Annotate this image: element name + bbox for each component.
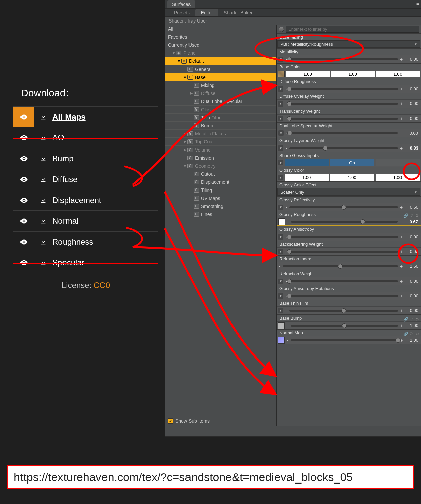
dropdown-glossy-color-effect[interactable]: Scatter Only	[277, 188, 420, 196]
tree-smoothing[interactable]: GSmoothing	[165, 202, 276, 210]
texture-swatch[interactable]	[278, 71, 285, 77]
slider-normal-map[interactable]: -+ 1.00	[277, 336, 421, 344]
filter-currently-used[interactable]: Currently Used	[165, 41, 276, 49]
chevron-down-icon[interactable]: ▼	[278, 116, 283, 121]
tree-cutout[interactable]: GCutout	[165, 170, 276, 178]
eye-icon[interactable]	[13, 211, 34, 232]
tab-presets[interactable]: Presets	[169, 9, 195, 16]
chevron-down-icon[interactable]: ▼	[278, 308, 283, 313]
link-heart-icons[interactable]: 🔗 ♡	[403, 316, 413, 323]
slider-base-thin-film[interactable]: ▼ -+ 0.00	[277, 306, 421, 314]
download-icon[interactable]	[34, 211, 52, 232]
download-icon[interactable]	[34, 190, 52, 211]
eye-icon[interactable]	[13, 148, 34, 169]
tree-diffuse[interactable]: ▶GDiffuse	[165, 89, 276, 97]
filter-favorites[interactable]: Favorites	[165, 33, 276, 41]
slider-dual-lobe[interactable]: ▼ -+ 0.00	[277, 129, 421, 137]
download-row-specular[interactable]: Specular	[13, 252, 158, 273]
tree-tiling[interactable]: GTiling	[165, 186, 276, 194]
tree-displacement[interactable]: GDisplacement	[165, 178, 276, 186]
slider-diffuse-roughness[interactable]: ▼ -+ 0.00	[277, 85, 421, 93]
toggle-off[interactable]	[376, 159, 420, 166]
slider-refraction-index[interactable]: -+ 1.50	[277, 262, 421, 270]
download-icon[interactable]	[34, 127, 52, 148]
tab-shader-baker[interactable]: Shader Baker	[218, 9, 258, 16]
slider-refraction-weight[interactable]: ▼ -+ 0.00	[277, 277, 421, 285]
slider-translucency[interactable]: ▼ -+ 0.00	[277, 114, 421, 122]
filter-input[interactable]	[286, 26, 419, 33]
slider-diffuse-overlay[interactable]: ▼ -+ 0.00	[277, 99, 421, 108]
chevron-down-icon[interactable]: ▼	[278, 160, 283, 165]
slider-backscattering[interactable]: ▼ -+ 0.00	[277, 247, 421, 255]
texture-swatch[interactable]	[278, 218, 285, 225]
gear-icon[interactable]: ⚙	[415, 331, 419, 337]
tree-plane[interactable]: ▼◉Plane	[165, 49, 276, 57]
chevron-down-icon[interactable]: ▼	[278, 234, 283, 240]
tree-metallic-flakes[interactable]: ▶GMetallic Flakes	[165, 130, 276, 138]
chevron-down-icon[interactable]: ▼	[278, 57, 283, 62]
download-row-diffuse[interactable]: Diffuse	[13, 169, 158, 190]
chevron-down-icon[interactable]: ▼	[278, 86, 283, 92]
eye-icon[interactable]	[13, 107, 34, 127]
tree-dual-lobe[interactable]: GDual Lobe Specular	[165, 97, 276, 106]
slider-base-bump[interactable]: -+ 1.00	[277, 321, 421, 329]
gear-icon[interactable]: ⚙	[415, 212, 419, 219]
download-row-all-maps[interactable]: All Maps	[13, 107, 158, 127]
tree-uv-maps[interactable]: GUV Maps	[165, 194, 276, 202]
download-icon[interactable]	[34, 232, 52, 252]
toggle-on[interactable]	[285, 159, 329, 166]
slider-glossy-roughness[interactable]: -+ 0.67	[277, 218, 421, 226]
texture-swatch[interactable]	[278, 337, 285, 344]
show-sub-items[interactable]: ✔ Show Sub Items	[168, 418, 210, 424]
chevron-down-icon[interactable]: ▼	[278, 205, 283, 210]
eye-icon[interactable]	[13, 169, 34, 190]
download-icon[interactable]	[34, 107, 52, 127]
download-row-normal[interactable]: Normal	[13, 211, 158, 232]
tree-glossy[interactable]: GGlossy	[165, 106, 276, 114]
slider-glossy-aniso-rot[interactable]: ▼ -+ 0.00	[277, 292, 421, 300]
download-row-ao[interactable]: AO	[13, 127, 158, 148]
eye-icon[interactable]	[13, 252, 34, 273]
tree-thin-film[interactable]: GThin Film	[165, 114, 276, 122]
chevron-down-icon[interactable]: ▼	[278, 293, 283, 299]
download-row-bump[interactable]: Bump	[13, 148, 158, 169]
download-row-displacement[interactable]: Displacement	[13, 190, 158, 211]
slider-glossy-reflectivity[interactable]: ▼ -+ 0.50	[277, 203, 421, 211]
license-value[interactable]: CC0	[94, 281, 110, 290]
slider-metallicity[interactable]: ▼ -+ 0.00	[277, 55, 421, 63]
dropdown-base-mixing[interactable]: PBR Metallicity/Roughness	[277, 40, 420, 48]
color-glossy-color[interactable]: ▼ 1.00 1.00 1.00	[277, 173, 421, 181]
chevron-down-icon[interactable]: ▼	[278, 175, 283, 180]
tree-top-coat[interactable]: ▶GTop Coat	[165, 138, 276, 146]
chevron-down-icon[interactable]: ▼	[278, 101, 283, 107]
link-heart-icons[interactable]: 🔗 ♡	[403, 212, 413, 219]
tree-volume[interactable]: ▶GVolume	[165, 146, 276, 154]
download-icon[interactable]	[34, 169, 52, 190]
eye-icon[interactable]	[13, 190, 34, 211]
download-row-roughness[interactable]: Roughness	[13, 232, 158, 252]
link-heart-icons[interactable]: 🔗 ♡	[403, 331, 413, 337]
toggle-on-label[interactable]: On	[330, 159, 374, 166]
panel-menu-icon[interactable]: ≡	[416, 2, 419, 7]
toggle-share-glossy[interactable]: ▼ On	[277, 159, 421, 167]
tree-geometry[interactable]: ▼GGeometry	[165, 162, 276, 170]
filter-scope-icon[interactable]	[279, 27, 284, 32]
tree-emission[interactable]: GEmission	[165, 154, 276, 162]
filter-all[interactable]: All	[165, 25, 276, 33]
eye-icon[interactable]	[13, 232, 34, 252]
chevron-down-icon[interactable]: ▼	[278, 145, 283, 151]
texture-swatch[interactable]	[278, 322, 285, 329]
tree-bump[interactable]: GBump	[165, 122, 276, 130]
download-icon[interactable]	[34, 252, 52, 273]
gear-icon[interactable]: ⚙	[415, 316, 419, 323]
tree-general[interactable]: GGeneral	[165, 65, 276, 73]
checkbox-icon[interactable]: ✔	[168, 418, 173, 424]
chevron-down-icon[interactable]: ▼	[278, 249, 283, 254]
tree-base[interactable]: ▼GBase	[165, 73, 276, 81]
color-base-color[interactable]: 1.00 1.00 1.00	[277, 70, 421, 78]
tree-mixing[interactable]: GMixing	[165, 81, 276, 89]
tab-editor[interactable]: Editor	[195, 9, 218, 16]
eye-icon[interactable]	[13, 127, 34, 148]
tab-surfaces[interactable]: Surfaces	[167, 0, 195, 8]
download-icon[interactable]	[34, 148, 52, 169]
